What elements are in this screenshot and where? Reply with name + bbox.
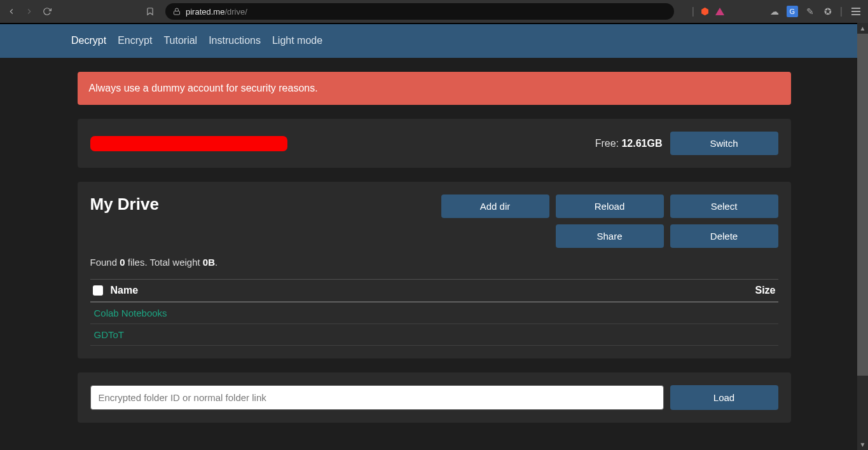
reload-icon[interactable]: [41, 5, 53, 18]
drive-card: My Drive Add dir Reload Select Share Del…: [78, 182, 791, 358]
col-name: Name: [111, 285, 139, 296]
edit-icon[interactable]: ✎: [804, 6, 816, 17]
svg-rect-0: [174, 11, 180, 15]
folder-link[interactable]: Colab Notebooks: [93, 308, 167, 318]
scrollbar[interactable]: ▲ ▼: [857, 23, 868, 450]
bookmark-icon[interactable]: [144, 5, 156, 18]
select-button[interactable]: Select: [670, 194, 778, 218]
browser-chrome: pirated.me/drive/ | ⬢ ☁ G ✎ ✪ |: [0, 0, 868, 23]
translate-icon[interactable]: G: [787, 6, 798, 17]
nav-encrypt[interactable]: Encrypt: [118, 31, 152, 50]
folder-input[interactable]: [90, 385, 664, 410]
found-summary: Found 0 files. Total weight 0B.: [90, 257, 778, 268]
scroll-thumb[interactable]: [857, 34, 868, 376]
select-all-checkbox[interactable]: [93, 285, 103, 296]
nav-tutorial[interactable]: Tutorial: [163, 31, 197, 50]
table-row[interactable]: Colab Notebooks: [90, 303, 778, 324]
table-header: Name Size: [90, 279, 778, 303]
warning-icon[interactable]: [715, 8, 724, 15]
col-size: Size: [755, 285, 775, 296]
nav-instructions[interactable]: Instructions: [209, 31, 261, 50]
hamburger-menu-icon[interactable]: [849, 5, 863, 18]
forward-icon[interactable]: [23, 5, 36, 18]
delete-button[interactable]: Delete: [670, 224, 778, 248]
url-bar[interactable]: pirated.me/drive/: [165, 3, 674, 20]
add-dir-button[interactable]: Add dir: [441, 194, 549, 218]
load-card: Load: [78, 372, 791, 423]
load-button[interactable]: Load: [670, 385, 778, 410]
chrome-right: | ⬢ ☁ G ✎ ✪ |: [692, 5, 863, 18]
back-icon[interactable]: [5, 5, 18, 18]
account-redacted: [90, 136, 287, 151]
alert-text: Always use a dummy account for security …: [89, 83, 318, 93]
extension2-icon[interactable]: ✪: [822, 6, 834, 17]
lock-icon: [173, 8, 181, 15]
brave-icon[interactable]: ⬢: [701, 6, 709, 17]
scroll-down-icon[interactable]: ▼: [857, 439, 868, 450]
url-domain: pirated.me: [186, 7, 224, 17]
main-nav: Decrypt Encrypt Tutorial Instructions Li…: [0, 23, 868, 58]
scroll-up-icon[interactable]: ▲: [857, 23, 868, 34]
reload-button[interactable]: Reload: [556, 194, 664, 218]
nav-lightmode[interactable]: Light mode: [272, 31, 322, 50]
extension-icon[interactable]: ☁: [769, 6, 780, 17]
share-button[interactable]: Share: [556, 224, 664, 248]
nav-decrypt[interactable]: Decrypt: [71, 31, 106, 50]
table-row[interactable]: GDToT: [90, 324, 778, 346]
switch-button[interactable]: Switch: [670, 132, 778, 155]
free-space-label: Free: 12.61GB: [595, 138, 663, 149]
drive-title: My Drive: [90, 194, 159, 214]
account-card: Free: 12.61GB Switch: [78, 119, 791, 168]
url-path: /drive/: [224, 7, 247, 17]
security-alert: Always use a dummy account for security …: [78, 72, 791, 105]
folder-link[interactable]: GDToT: [93, 329, 125, 340]
